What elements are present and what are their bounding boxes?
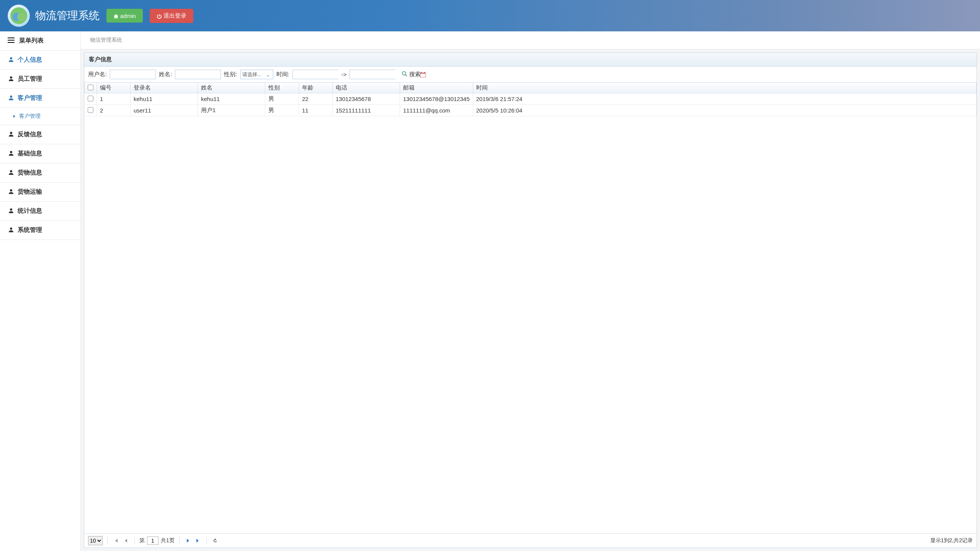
app-header: 物流管理系统 admin 退出登录 xyxy=(0,0,980,31)
logout-label: 退出登录 xyxy=(163,12,186,20)
svg-point-6 xyxy=(10,132,12,134)
cell: 1111111@qq.com xyxy=(400,105,473,116)
col-header-1[interactable]: 登录名 xyxy=(131,83,198,93)
user-icon xyxy=(8,131,14,138)
row-checkbox[interactable] xyxy=(88,107,93,113)
date-to[interactable] xyxy=(350,70,395,79)
cell: 男 xyxy=(265,105,299,116)
search-label: 搜索 xyxy=(409,71,421,78)
sidebar-subitem-2-0[interactable]: 客户管理 xyxy=(0,108,80,125)
sidebar-item-label: 个人信息 xyxy=(18,56,42,64)
col-header-4[interactable]: 年龄 xyxy=(299,83,333,93)
sidebar-title: 菜单列表 xyxy=(19,37,44,45)
sidebar-item-0[interactable]: 个人信息 xyxy=(0,51,80,70)
gender-select[interactable]: 请选择... ⌄ xyxy=(240,70,273,79)
svg-rect-1 xyxy=(8,40,15,41)
user-icon xyxy=(8,170,14,176)
name-input[interactable] xyxy=(175,70,221,79)
col-header-7[interactable]: 时间 xyxy=(473,83,976,93)
page-input[interactable] xyxy=(147,536,158,545)
admin-label: admin xyxy=(120,13,136,19)
svg-point-3 xyxy=(10,57,12,59)
power-icon xyxy=(157,12,162,19)
cell: 22 xyxy=(299,93,333,105)
col-header-6[interactable]: 邮箱 xyxy=(400,83,473,93)
svg-point-11 xyxy=(10,227,12,230)
svg-point-9 xyxy=(10,189,12,191)
svg-point-10 xyxy=(10,208,12,210)
svg-rect-19 xyxy=(424,72,425,73)
row-checkbox[interactable] xyxy=(88,96,93,101)
list-icon xyxy=(8,37,15,45)
pager: 10 第 共1页 显示1到2,共2记录 xyxy=(84,533,977,548)
sidebar-item-8[interactable]: 系统管理 xyxy=(0,221,80,240)
cell: 男 xyxy=(265,93,299,105)
logo-wrap: 物流管理系统 xyxy=(8,5,100,27)
pager-summary: 显示1到2,共2记录 xyxy=(930,537,973,544)
next-page-button[interactable] xyxy=(184,537,192,544)
cell: 2020/5/5 10:26:04 xyxy=(473,105,976,116)
row-checkbox-cell xyxy=(85,93,97,105)
svg-rect-0 xyxy=(8,37,15,38)
svg-rect-2 xyxy=(8,42,15,43)
col-header-3[interactable]: 性别 xyxy=(265,83,299,93)
customer-table: 编号登录名姓名性别年龄电话邮箱时间 1kehu11kehu11男22130123… xyxy=(84,82,977,116)
cell: 13012345678@13012345 xyxy=(400,93,473,105)
date-from[interactable] xyxy=(292,70,338,79)
cell: 13012345678 xyxy=(333,93,400,105)
cell: kehu11 xyxy=(198,93,265,105)
col-header-2[interactable]: 姓名 xyxy=(198,83,265,93)
sidebar-item-5[interactable]: 货物信息 xyxy=(0,163,80,183)
sidebar-item-label: 员工管理 xyxy=(18,75,42,83)
first-page-button[interactable] xyxy=(112,537,120,544)
username-input[interactable] xyxy=(110,70,156,79)
sidebar-item-label: 统计信息 xyxy=(18,207,42,215)
svg-point-5 xyxy=(10,95,12,98)
sidebar-item-label: 客户管理 xyxy=(18,94,42,102)
breadcrumb: 物流管理系统 xyxy=(81,31,980,49)
gender-placeholder: 请选择... xyxy=(242,71,265,78)
sidebar-item-label: 货物信息 xyxy=(18,169,42,177)
page-prefix: 第 xyxy=(139,537,145,544)
table-row[interactable]: 1kehu11kehu11男221301234567813012345678@1… xyxy=(85,93,977,105)
sidebar-header: 菜单列表 xyxy=(0,31,80,51)
refresh-button[interactable] xyxy=(211,537,219,544)
col-header-0[interactable]: 编号 xyxy=(97,83,131,93)
user-icon xyxy=(8,76,14,83)
search-icon xyxy=(402,71,408,78)
logout-button[interactable]: 退出登录 xyxy=(150,9,193,23)
sidebar-item-label: 货物运输 xyxy=(18,188,42,196)
user-icon xyxy=(8,95,14,102)
app-title: 物流管理系统 xyxy=(35,8,100,23)
col-header-5[interactable]: 电话 xyxy=(333,83,400,93)
total-pages: 共1页 xyxy=(161,537,175,544)
sidebar-item-7[interactable]: 统计信息 xyxy=(0,202,80,221)
row-checkbox-cell xyxy=(85,105,97,116)
table-row[interactable]: 2user11用户1男11152111111111111111@qq.com20… xyxy=(85,105,977,116)
sidebar-item-6[interactable]: 货物运输 xyxy=(0,183,80,202)
sidebar-item-3[interactable]: 反馈信息 xyxy=(0,125,80,144)
last-page-button[interactable] xyxy=(194,537,202,544)
page-size-select[interactable]: 10 xyxy=(88,536,103,545)
search-button[interactable]: 搜索 xyxy=(402,71,421,78)
user-icon xyxy=(8,57,14,64)
svg-point-4 xyxy=(10,76,12,78)
main-area: 物流管理系统 客户信息 用户名: 姓名: 性别: 请选择... ⌄ 时间: xyxy=(81,31,980,551)
user-icon xyxy=(8,208,14,215)
panel-title: 客户信息 xyxy=(84,53,977,67)
cell: 1 xyxy=(97,93,131,105)
svg-point-8 xyxy=(10,170,12,172)
cell: 用户1 xyxy=(198,105,265,116)
chevron-down-icon: ⌄ xyxy=(265,71,271,78)
sidebar-item-4[interactable]: 基础信息 xyxy=(0,144,80,163)
sidebar-item-2[interactable]: 客户管理 xyxy=(0,89,80,108)
admin-button[interactable]: admin xyxy=(106,9,143,22)
sidebar-item-1[interactable]: 员工管理 xyxy=(0,70,80,89)
logo-icon xyxy=(8,5,30,27)
prev-page-button[interactable] xyxy=(122,537,130,544)
cell: kehu11 xyxy=(131,93,198,105)
user-icon xyxy=(8,150,14,157)
user-icon xyxy=(8,189,14,196)
select-all-checkbox[interactable] xyxy=(88,85,93,90)
sidebar-item-label: 反馈信息 xyxy=(18,130,42,139)
